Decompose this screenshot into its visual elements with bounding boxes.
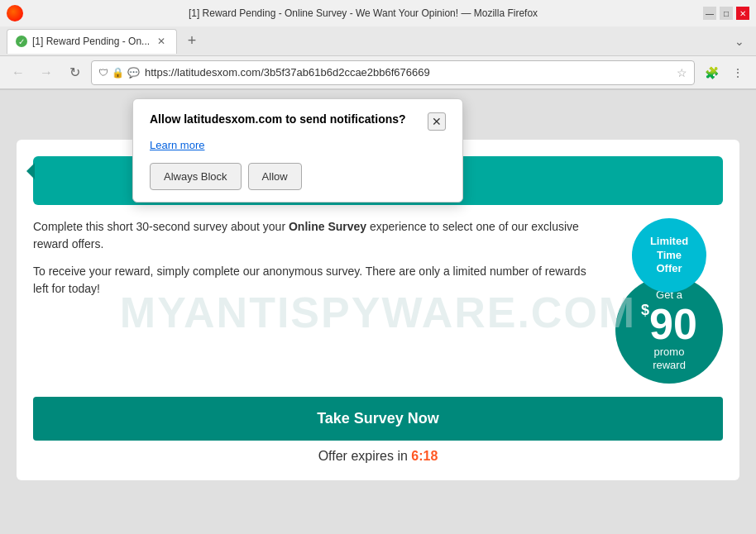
maximize-button[interactable]: □ <box>720 7 733 20</box>
circular-badge-container: Limited Time Offer Get a $ 90 promo rewa… <box>615 218 723 384</box>
allow-button[interactable]: Allow <box>248 163 302 190</box>
minimize-button[interactable]: — <box>703 7 716 20</box>
learn-more-link[interactable]: Learn more <box>150 139 204 151</box>
promo-dollar-sign: $ <box>641 303 649 317</box>
address-security-icons: 🛡 🔒 💬 <box>98 67 140 79</box>
lock-icon: 🔒 <box>112 67 124 79</box>
tab-label: [1] Reward Pending - On... <box>32 36 150 47</box>
back-button[interactable]: ← <box>7 61 30 84</box>
shield-icon: 🛡 <box>98 67 108 79</box>
notification-popup: Allow latitudesxom.com to send notificat… <box>132 98 463 203</box>
tab-list-button[interactable]: ⌄ <box>730 31 749 51</box>
window-title: [1] Reward Pending - Online Survey - We … <box>30 7 696 19</box>
url-input[interactable] <box>145 66 672 79</box>
close-button[interactable]: ✕ <box>736 7 749 20</box>
limited-time-badge: Limited Time Offer <box>632 218 706 293</box>
address-field[interactable]: 🛡 🔒 💬 ☆ <box>91 60 695 85</box>
take-survey-button[interactable]: Take Survey Now <box>33 397 723 441</box>
active-tab[interactable]: ✓ [1] Reward Pending - On... ✕ <box>7 29 177 54</box>
popup-header: Allow latitudesxom.com to send notificat… <box>150 112 446 131</box>
firefox-icon <box>7 5 23 21</box>
popup-buttons: Always Block Allow <box>150 163 446 190</box>
new-tab-button[interactable]: + <box>180 30 203 53</box>
title-bar: [1] Reward Pending - Online Survey - We … <box>0 0 756 26</box>
popup-close-button[interactable]: ✕ <box>428 112 446 131</box>
forward-button[interactable]: → <box>35 61 58 84</box>
promo-amount-row: $ 90 <box>641 303 697 346</box>
address-bar: ← → ↻ 🛡 🔒 💬 ☆ 🧩 ⋮ <box>0 56 756 89</box>
offer-layout: Complete this short 30-second survey abo… <box>33 218 723 384</box>
offer-paragraph-2: To receive your reward, simply complete … <box>33 263 602 298</box>
toolbar-icons: 🧩 ⋮ <box>700 61 749 84</box>
more-options-button[interactable]: ⋮ <box>726 61 749 84</box>
offer-paragraph-1: Complete this short 30-second survey abo… <box>33 218 602 253</box>
promo-label: promo reward <box>653 346 686 371</box>
tab-favicon: ✓ <box>16 36 27 47</box>
bookmark-icon[interactable]: ☆ <box>677 66 687 79</box>
expires-timer: 6:18 <box>411 449 438 463</box>
window-controls: — □ ✕ <box>703 7 749 20</box>
offer-text: Complete this short 30-second survey abo… <box>33 218 602 308</box>
always-block-button[interactable]: Always Block <box>150 163 242 190</box>
browser-chrome: [1] Reward Pending - Online Survey - We … <box>0 0 756 90</box>
promo-amount-value: 90 <box>649 303 697 346</box>
message-icon: 💬 <box>127 67 140 79</box>
offer-expires: Offer expires in 6:18 <box>33 449 723 464</box>
popup-title: Allow latitudesxom.com to send notificat… <box>150 112 428 126</box>
tab-close-button[interactable]: ✕ <box>155 35 168 48</box>
reload-button[interactable]: ↻ <box>63 61 86 84</box>
extensions-button[interactable]: 🧩 <box>700 61 723 84</box>
page-content: MYANTISPYWARE.COM February 2, 2023 🇺🇸 Co… <box>0 90 756 534</box>
tab-bar: ✓ [1] Reward Pending - On... ✕ + ⌄ <box>0 26 756 56</box>
